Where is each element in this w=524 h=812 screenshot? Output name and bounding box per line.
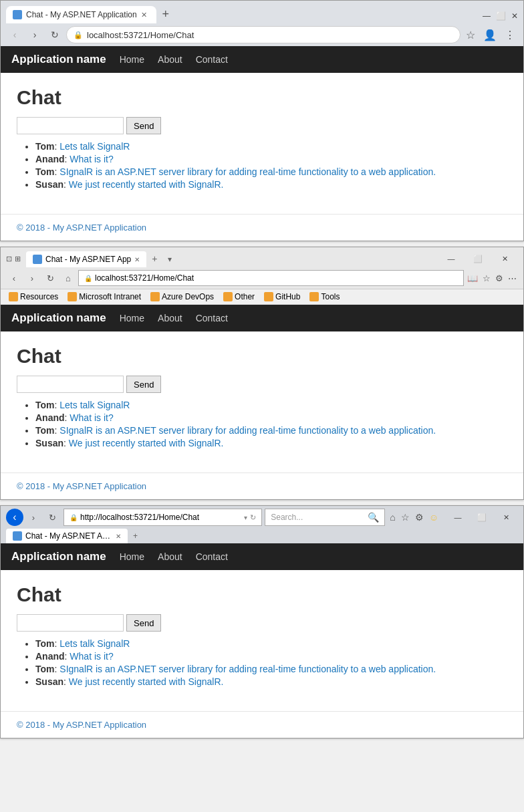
edge-browser-window: ⊡ ⊞ Chat - My ASP.NET App ✕ + ▾ — ⬜ ✕ ‹ … xyxy=(0,247,524,500)
new-tab-area[interactable]: + xyxy=(128,529,143,543)
bookmark-azure-devops[interactable]: Azure DevOps xyxy=(148,291,217,302)
bookmark-folder-icon xyxy=(68,292,77,301)
footer-link[interactable]: © 2018 - My ASP.NET Application xyxy=(17,720,146,730)
maximize-button[interactable]: ⬜ xyxy=(496,11,506,21)
bookmark-microsoft-intranet[interactable]: Microsoft Intranet xyxy=(65,291,144,302)
settings-icon[interactable]: ⚙ xyxy=(413,511,426,524)
chat-messages: Tom: Lets talk SignalR Anand: What is it… xyxy=(17,638,507,687)
firefox-tab-active[interactable]: Chat - My ASP.NET Applica... ✕ xyxy=(6,529,128,543)
bookmark-tools[interactable]: Tools xyxy=(307,291,342,302)
settings-icon[interactable]: ⚙ xyxy=(494,272,505,285)
tab-dropdown-icon[interactable]: ▾ xyxy=(162,251,177,267)
bookmark-star-icon[interactable]: ☆ xyxy=(463,27,478,43)
edge-icon-2[interactable]: ⊞ xyxy=(15,255,21,263)
menu-icon[interactable]: ⋮ xyxy=(502,27,518,43)
minimize-button[interactable]: — xyxy=(483,11,491,21)
page-content: Chat Send Tom: Lets talk SignalR Anand: … xyxy=(1,570,523,711)
send-button[interactable]: Send xyxy=(126,376,161,393)
tab-close-icon[interactable]: ✕ xyxy=(141,11,147,19)
message-item: Tom: SIgnalR is an ASP.NET server librar… xyxy=(35,425,507,436)
tab-close-icon[interactable]: ✕ xyxy=(116,533,121,540)
forward-button[interactable]: › xyxy=(26,26,43,43)
search-icon[interactable]: 🔍 xyxy=(368,512,379,523)
close-button[interactable]: ✕ xyxy=(494,510,518,525)
nav-about[interactable]: About xyxy=(158,54,182,65)
minimize-button[interactable]: — xyxy=(438,250,465,267)
lock-icon: 🔒 xyxy=(70,514,78,521)
bookmark-folder-icon xyxy=(264,292,273,301)
footer-link[interactable]: © 2018 - My ASP.NET Application xyxy=(17,223,146,233)
app-brand[interactable]: Application name xyxy=(11,550,106,563)
chrome-tab-active[interactable]: Chat - My ASP.NET Application ✕ xyxy=(6,6,156,23)
message-item: Anand: What is it? xyxy=(35,651,507,662)
nav-home[interactable]: Home xyxy=(120,551,144,562)
forward-button[interactable]: › xyxy=(25,509,42,526)
back-button[interactable]: ‹ xyxy=(6,509,23,526)
maximize-button[interactable]: ⬜ xyxy=(470,510,494,525)
app-brand[interactable]: Application name xyxy=(11,53,106,66)
reload-button[interactable]: ↻ xyxy=(46,26,63,43)
address-bar[interactable]: 🔒 localhost:53721/Home/Chat xyxy=(66,26,461,43)
app-brand[interactable]: Application name xyxy=(11,311,106,325)
profile-icon[interactable]: 👤 xyxy=(481,27,499,43)
chat-messages: Tom: Lets talk SignalR Anand: What is it… xyxy=(17,400,507,448)
new-tab-button[interactable]: + xyxy=(156,5,175,23)
page-content: Chat Send Tom: Lets talk SignalR Anand: … xyxy=(1,331,523,472)
back-button[interactable]: ‹ xyxy=(6,270,22,286)
message-item: Anand: What is it? xyxy=(35,154,507,164)
minimize-button[interactable]: — xyxy=(446,510,470,525)
send-button[interactable]: Send xyxy=(126,614,161,632)
page-title: Chat xyxy=(17,86,507,109)
reload-button[interactable]: ↻ xyxy=(42,270,58,286)
bookmark-star-icon[interactable]: ☆ xyxy=(481,272,492,285)
bookmark-resources[interactable]: Resources xyxy=(6,291,61,302)
address-bar[interactable]: 🔒 localhost:53721/Home/Chat xyxy=(78,270,464,286)
message-item: Tom: SIgnalR is an ASP.NET server librar… xyxy=(35,664,507,674)
bookmarks-bar: Resources Microsoft Intranet Azure DevOp… xyxy=(1,289,523,305)
footer-link[interactable]: © 2018 - My ASP.NET Application xyxy=(17,481,146,491)
chat-input[interactable] xyxy=(17,614,124,632)
bookmark-star-icon[interactable]: ☆ xyxy=(399,511,412,524)
url-text: localhost:53721/Home/Chat xyxy=(87,30,194,40)
nav-about[interactable]: About xyxy=(158,551,182,562)
nav-about[interactable]: About xyxy=(158,313,182,323)
page-footer: © 2018 - My ASP.NET Application xyxy=(1,214,523,241)
app-navbar: Application name Home About Contact xyxy=(1,305,523,331)
nav-contact[interactable]: Contact xyxy=(196,54,228,65)
bookmark-github[interactable]: GitHub xyxy=(261,291,303,302)
back-button[interactable]: ‹ xyxy=(6,26,23,43)
chat-form: Send xyxy=(17,376,507,393)
maximize-button[interactable]: ⬜ xyxy=(465,250,491,267)
bookmark-folder-icon xyxy=(9,292,18,301)
bookmark-label: Other xyxy=(235,292,255,301)
reader-icon[interactable]: 📖 xyxy=(466,272,479,285)
close-button[interactable]: ✕ xyxy=(491,250,518,267)
home-button[interactable]: ⌂ xyxy=(60,270,76,286)
nav-home[interactable]: Home xyxy=(120,54,144,65)
close-button[interactable]: ✕ xyxy=(511,11,518,21)
nav-contact[interactable]: Contact xyxy=(196,313,228,323)
tab-favicon xyxy=(13,531,22,541)
user-icon[interactable]: ☺ xyxy=(427,511,440,524)
chat-form: Send xyxy=(17,614,507,632)
edge-tab-active[interactable]: Chat - My ASP.NET App ✕ xyxy=(26,251,146,267)
url-bar[interactable]: 🔒 http://localhost:53721/Home/Chat ▾ ↻ xyxy=(63,509,262,526)
new-tab-button[interactable]: + xyxy=(146,250,162,267)
home-icon[interactable]: ⌂ xyxy=(388,511,397,524)
bookmark-folder-icon xyxy=(150,292,160,301)
refresh-icon[interactable]: ↻ xyxy=(250,513,256,522)
menu-icon[interactable]: ⋯ xyxy=(507,272,518,285)
page-title: Chat xyxy=(17,345,507,368)
nav-contact[interactable]: Contact xyxy=(196,551,228,562)
bookmark-other[interactable]: Other xyxy=(221,291,257,302)
chat-input[interactable] xyxy=(17,376,124,393)
send-button[interactable]: Send xyxy=(126,117,161,134)
nav-home[interactable]: Home xyxy=(120,313,144,323)
search-bar[interactable]: Search... 🔍 xyxy=(265,509,385,526)
reload-button[interactable]: ↻ xyxy=(43,509,61,526)
forward-button[interactable]: › xyxy=(24,270,40,286)
chat-input[interactable] xyxy=(17,117,124,134)
edge-icon-1[interactable]: ⊡ xyxy=(6,255,12,263)
message-item: Tom: Lets talk SignalR xyxy=(35,141,507,152)
tab-close-icon[interactable]: ✕ xyxy=(134,256,140,263)
